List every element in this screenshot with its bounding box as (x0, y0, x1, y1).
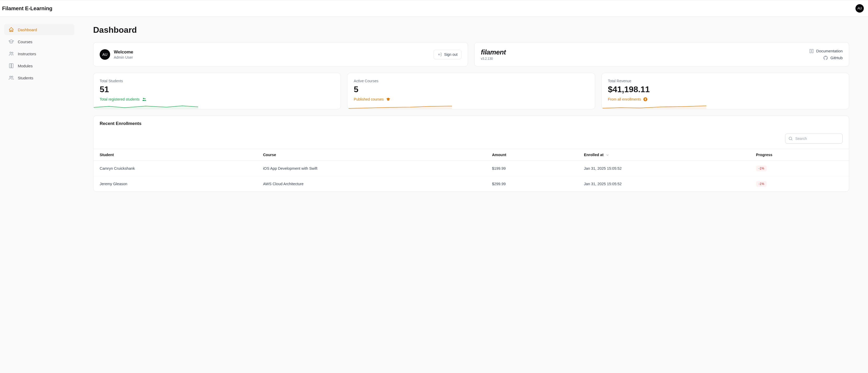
sidebar-item-label: Dashboard (18, 28, 37, 32)
welcome-card: AU Welcome Admin User Sign out (93, 42, 468, 66)
filament-card: filament v3.2.130 Documentation GitHub (474, 42, 849, 66)
svg-point-1 (12, 52, 13, 53)
th-course[interactable]: Course (257, 149, 486, 161)
svg-point-4 (143, 98, 144, 99)
sidebar: Dashboard Courses Instructors Modules St… (0, 17, 79, 200)
cell-progress: -1% (750, 176, 849, 192)
svg-point-5 (145, 98, 146, 99)
table-row[interactable]: Jeremy GleasonAWS Cloud Architecture$299… (93, 176, 849, 192)
welcome-label: Welcome (114, 50, 133, 55)
progress-badge: -1% (756, 181, 767, 187)
cell-course: AWS Cloud Architecture (257, 176, 486, 192)
svg-point-2 (10, 76, 11, 78)
stat-desc: Total registered students (100, 97, 334, 102)
chevron-down-icon (606, 153, 609, 157)
instructors-icon (8, 51, 14, 57)
welcome-avatar: AU (100, 49, 110, 60)
app-title: Filament E-Learning (2, 5, 52, 11)
svg-point-3 (11, 76, 13, 78)
search-icon (788, 136, 793, 141)
table-row[interactable]: Camryn CruickshankiOS App Development wi… (93, 161, 849, 176)
cell-student: Camryn Cruickshank (93, 161, 257, 176)
stat-label: Active Courses (354, 79, 588, 83)
sign-out-label: Sign out (444, 52, 458, 57)
enrollments-title: Recent Enrollments (93, 116, 849, 131)
sidebar-item-label: Modules (18, 64, 33, 68)
sidebar-item-label: Students (18, 76, 33, 80)
book-icon (8, 63, 14, 68)
students-icon (8, 75, 14, 81)
sparkline (347, 105, 452, 109)
filament-version: v3.2.130 (481, 57, 506, 60)
sidebar-item-modules[interactable]: Modules (4, 60, 74, 71)
stat-value: $41,198.11 (608, 85, 843, 94)
search-input[interactable] (785, 134, 843, 144)
stat-card-students: Total Students 51 Total registered stude… (93, 73, 341, 109)
cell-course: iOS App Development with Swift (257, 161, 486, 176)
github-link[interactable]: GitHub (809, 55, 843, 60)
github-label: GitHub (830, 56, 843, 60)
page-title: Dashboard (93, 25, 849, 35)
th-amount[interactable]: Amount (486, 149, 578, 161)
sparkline (602, 105, 706, 109)
stat-desc: Published courses (354, 97, 588, 102)
stat-value: 51 (100, 85, 334, 94)
stat-label: Total Students (100, 79, 334, 83)
graduation-icon (386, 97, 391, 102)
svg-point-7 (789, 137, 792, 140)
cell-enrolled: Jan 31, 2025 15:05:52 (578, 161, 750, 176)
sidebar-item-dashboard[interactable]: Dashboard (4, 24, 74, 35)
welcome-user-name: Admin User (114, 55, 133, 59)
stat-card-revenue: Total Revenue $41,198.11 From all enroll… (601, 73, 849, 109)
progress-badge: -1% (756, 166, 767, 171)
svg-point-0 (10, 52, 11, 54)
cell-amount: $299.99 (486, 176, 578, 192)
sidebar-item-students[interactable]: Students (4, 72, 74, 83)
sidebar-item-label: Instructors (18, 52, 36, 56)
filament-brand: filament (481, 48, 506, 56)
main: Dashboard AU Welcome Admin User Sign out (79, 17, 868, 200)
cell-student: Jeremy Gleason (93, 176, 257, 192)
documentation-icon (809, 49, 814, 54)
stat-value: 5 (354, 85, 588, 94)
user-avatar[interactable]: AU (856, 4, 864, 12)
graduation-icon (8, 39, 14, 45)
cell-amount: $199.99 (486, 161, 578, 176)
sign-out-button[interactable]: Sign out (433, 50, 462, 59)
documentation-link[interactable]: Documentation (809, 49, 843, 54)
enrollments-table: Student Course Amount Enrolled at Progre… (93, 149, 849, 192)
cell-progress: -1% (750, 161, 849, 176)
github-icon (823, 55, 828, 60)
users-icon (142, 97, 147, 102)
sidebar-item-courses[interactable]: Courses (4, 36, 74, 47)
sparkline (93, 105, 198, 109)
sidebar-item-label: Courses (18, 39, 32, 44)
stat-desc: From all enrollments (608, 97, 843, 102)
dollar-icon (643, 97, 648, 102)
th-enrolled-at[interactable]: Enrolled at (578, 149, 750, 161)
enrollments-card: Recent Enrollments Student Course Amount… (93, 116, 849, 192)
sign-out-icon (437, 52, 442, 57)
cell-enrolled: Jan 31, 2025 15:05:52 (578, 176, 750, 192)
sidebar-item-instructors[interactable]: Instructors (4, 48, 74, 59)
home-icon (8, 27, 14, 32)
topbar: Filament E-Learning AU (0, 0, 868, 17)
stat-label: Total Revenue (608, 79, 843, 83)
stat-card-courses: Active Courses 5 Published courses (347, 73, 595, 109)
documentation-label: Documentation (816, 49, 843, 53)
th-progress[interactable]: Progress (750, 149, 849, 161)
th-student[interactable]: Student (93, 149, 257, 161)
